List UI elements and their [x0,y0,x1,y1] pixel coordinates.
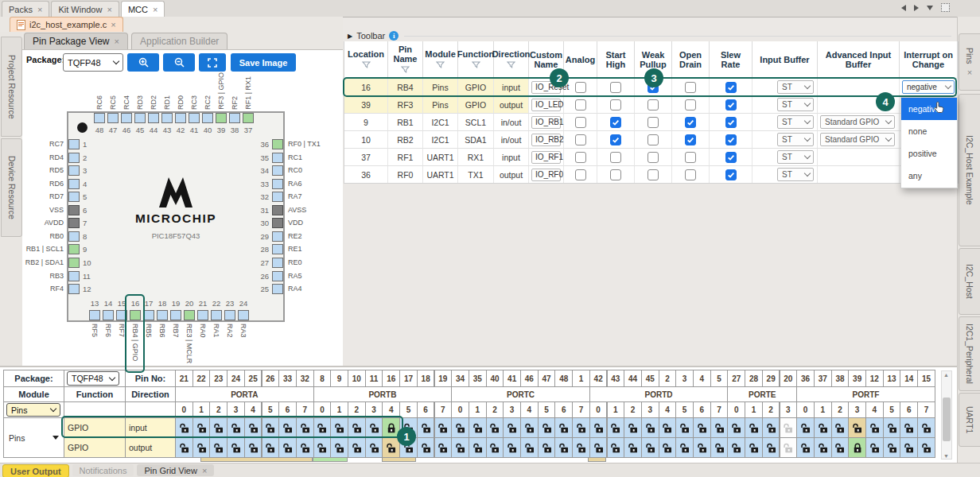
info-icon[interactable]: i [389,31,399,41]
filter-icon[interactable] [436,60,445,70]
chip-pin-15[interactable] [116,310,127,320]
column-header-advanced-input-buffer[interactable]: Advanced Input Buffer [818,41,900,78]
pin-lock-input-21[interactable] [175,417,193,438]
checkbox-unchecked[interactable] [610,82,621,93]
pin-lock-output-25[interactable] [244,437,262,458]
table-row-pin-39[interactable]: 39RF3PinsGPIOoutputIO_LEDST [344,95,958,113]
right-rail-tab-pins[interactable]: Pins× [959,33,980,91]
pin-lock-output-28[interactable] [745,437,763,458]
checkbox-unchecked[interactable] [610,169,621,180]
pin-lock-input-10[interactable] [348,417,366,438]
interrupt-on-change-select[interactable]: negative [902,80,955,94]
input-buffer-select[interactable]: ST [777,168,814,181]
chip-pin-32[interactable] [272,192,283,202]
pin-lock-input-29[interactable] [762,417,780,438]
chip-pin-20[interactable] [184,310,195,320]
chip-pin-30[interactable] [272,218,283,228]
pin-lock-output-8[interactable] [313,437,332,458]
pin-lock-output-32[interactable] [296,437,314,458]
right-rail-tab-i2c1-peripheral[interactable]: I2C1_Peripheral [959,316,980,391]
chip-pin-19[interactable] [170,310,181,320]
pin-lock-input-9[interactable] [330,417,348,438]
input-buffer-select[interactable]: ST [777,133,814,146]
pin-lock-output-43[interactable] [607,437,625,458]
chip-pin-12[interactable] [68,284,80,294]
tab-application-builder[interactable]: Application Builder [131,33,228,49]
pin-lock-input-33[interactable] [278,417,297,438]
checkbox-checked[interactable] [610,117,621,128]
pin-lock-input-15[interactable] [917,417,935,438]
pin-lock-input-13[interactable] [883,417,901,438]
pin-lock-output-38[interactable] [831,437,850,458]
filter-icon[interactable] [472,60,480,70]
chip-pin-37[interactable] [243,113,254,123]
pin-lock-input-48[interactable] [554,417,573,438]
checkbox-checked[interactable] [610,134,621,145]
table-row-pin-10[interactable]: 10RB2I2C1SDA1in/outIO_RB2STStandard GPIO [344,130,958,148]
pin-lock-input-43[interactable] [607,417,625,438]
pin-lock-input-23[interactable] [209,417,228,438]
chip-pin-45[interactable] [134,113,146,123]
checkbox-unchecked[interactable] [648,134,659,145]
checkbox-unchecked[interactable] [648,169,659,180]
chip-pin-35[interactable] [272,153,283,163]
scroll-up-icon[interactable]: ▲ [943,372,949,378]
pin-lock-output-36[interactable] [796,437,815,458]
chip-pin-41[interactable] [189,113,200,123]
close-icon[interactable]: × [111,21,115,29]
column-header-slew-rate[interactable]: Slew Rate [710,41,752,78]
chip-pin-17[interactable] [143,310,154,320]
pin-lock-input-1[interactable] [572,417,590,438]
pin-lock-output-47[interactable] [538,437,556,458]
chip-pin-44[interactable] [148,113,159,123]
checkbox-unchecked[interactable] [685,152,696,163]
checkbox-unchecked[interactable] [648,152,659,163]
pin-lock-output-42[interactable] [589,437,608,458]
bottom-tab-pin-grid-view[interactable]: Pin Grid View× [137,464,214,476]
table-row-pin-37[interactable]: 37RF1UART1RX1inputIO_RF1ST [344,148,958,165]
pin-lock-input-5[interactable] [710,417,729,438]
checkbox-checked[interactable] [685,134,696,145]
bottom-tab-user-output[interactable]: User Output [2,464,69,477]
expand-arrow-icon[interactable] [52,436,59,440]
pin-lock-input-22[interactable] [192,417,211,438]
pin-lock-input-47[interactable] [538,417,556,438]
pin-lock-output-19[interactable] [434,437,453,458]
pin-lock-output-27[interactable] [727,437,745,458]
chip-pin-42[interactable] [175,113,186,123]
column-header-pin-name[interactable]: Pin Name [388,41,423,78]
pin-lock-input-14[interactable] [900,417,918,438]
chip-pin-27[interactable] [272,258,283,268]
custom-name-input[interactable]: IO_RF1 [531,151,561,164]
chip-pin-36[interactable] [272,139,283,149]
chip-pin-43[interactable] [161,113,173,123]
pin-lock-input-8[interactable] [313,417,332,438]
chip-pin-23[interactable] [224,310,235,320]
checkbox-unchecked[interactable] [575,134,586,145]
chip-pin-1[interactable] [68,139,80,149]
chip-pin-5[interactable] [68,192,80,202]
tab-pin-package-view[interactable]: Pin Package View× [24,33,128,49]
chip-pin-46[interactable] [121,113,132,123]
pin-lock-input-37[interactable] [814,417,832,438]
pin-lock-output-26[interactable] [262,437,280,458]
right-rail-tab-i2c-host-example[interactable]: I2C_Host Example [959,94,980,246]
column-header-analog[interactable]: Analog [564,41,597,78]
pin-lock-input-12[interactable] [865,417,884,438]
pin-lock-input-2[interactable] [659,417,677,438]
chip-pin-3[interactable] [68,165,80,176]
column-header-module[interactable]: Module [423,41,458,78]
column-header-open-drain[interactable]: Open Drain [672,41,710,78]
checkbox-unchecked[interactable] [575,82,586,93]
forward-icon[interactable] [914,5,919,11]
checkbox-checked[interactable] [725,134,737,145]
column-header-interrupt-on-change[interactable]: Interrupt on Change [900,41,958,78]
pin-lock-input-25[interactable] [244,417,262,438]
pin-lock-output-1[interactable] [572,437,590,458]
chip-pin-18[interactable] [157,310,168,320]
pin-lock-input-44[interactable] [624,417,642,438]
checkbox-unchecked[interactable] [610,99,621,111]
chip-pin-26[interactable] [272,271,283,281]
chip-pin-38[interactable] [229,113,240,123]
chip-pin-14[interactable] [103,310,114,320]
